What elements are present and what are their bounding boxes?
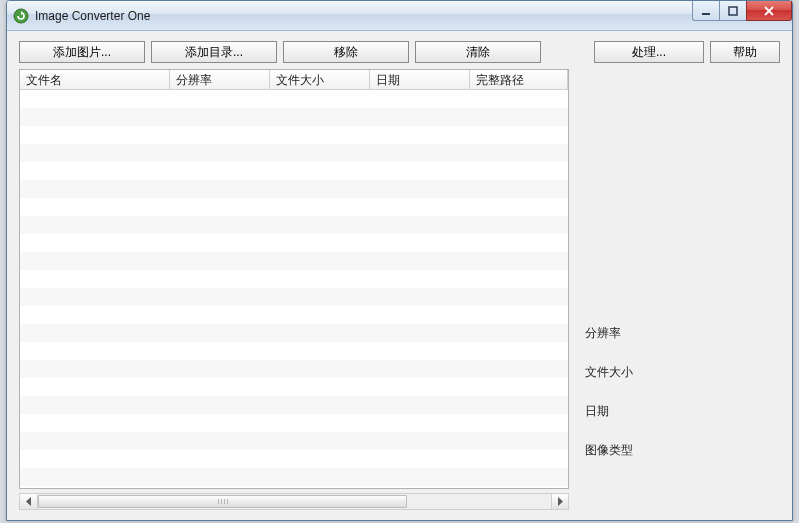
process-button[interactable]: 处理...: [594, 41, 704, 63]
maximize-icon: [728, 6, 738, 16]
svg-marker-5: [26, 497, 31, 506]
clear-button[interactable]: 清除: [415, 41, 541, 63]
window-title: Image Converter One: [35, 9, 150, 23]
list-rows[interactable]: [20, 90, 568, 488]
minimize-icon: [701, 6, 711, 16]
scroll-thumb[interactable]: [38, 495, 407, 508]
chevron-right-icon: [557, 497, 564, 506]
column-header-fullpath[interactable]: 完整路径: [470, 70, 568, 89]
info-resolution-label: 分辨率: [585, 325, 778, 342]
svg-rect-2: [729, 7, 737, 15]
column-header-resolution[interactable]: 分辨率: [170, 70, 270, 89]
chevron-left-icon: [25, 497, 32, 506]
window-buttons: [693, 1, 792, 30]
info-imagetype-label: 图像类型: [585, 442, 778, 459]
preview-area: [585, 73, 778, 273]
svg-rect-1: [702, 13, 710, 15]
close-button[interactable]: [746, 1, 792, 21]
column-header-filename[interactable]: 文件名: [20, 70, 170, 89]
info-filesize-label: 文件大小: [585, 364, 778, 381]
app-window: Image Converter One 添加图片... 添加目录... 移除 清…: [6, 0, 793, 521]
toolbar: 添加图片... 添加目录... 移除 清除 处理... 帮助: [7, 31, 792, 69]
scroll-left-button[interactable]: [20, 494, 37, 509]
add-directory-button[interactable]: 添加目录...: [151, 41, 277, 63]
minimize-button[interactable]: [692, 1, 720, 21]
help-button[interactable]: 帮助: [710, 41, 780, 63]
info-panel: 分辨率 文件大小 日期 图像类型: [585, 273, 778, 459]
scroll-right-button[interactable]: [551, 494, 568, 509]
left-pane: 文件名 分辨率 文件大小 日期 完整路径: [19, 69, 569, 510]
add-image-button[interactable]: 添加图片...: [19, 41, 145, 63]
app-icon: [13, 8, 29, 24]
column-headers: 文件名 分辨率 文件大小 日期 完整路径: [20, 70, 568, 90]
svg-marker-6: [558, 497, 563, 506]
file-listview[interactable]: 文件名 分辨率 文件大小 日期 完整路径: [19, 69, 569, 489]
scroll-track[interactable]: [37, 494, 551, 509]
title-bar[interactable]: Image Converter One: [7, 1, 792, 31]
maximize-button[interactable]: [719, 1, 747, 21]
horizontal-scrollbar[interactable]: [19, 493, 569, 510]
close-icon: [763, 6, 775, 16]
main-area: 文件名 分辨率 文件大小 日期 完整路径: [7, 69, 792, 520]
right-pane: 分辨率 文件大小 日期 图像类型: [575, 69, 780, 510]
column-header-date[interactable]: 日期: [370, 70, 470, 89]
info-date-label: 日期: [585, 403, 778, 420]
column-header-filesize[interactable]: 文件大小: [270, 70, 370, 89]
remove-button[interactable]: 移除: [283, 41, 409, 63]
